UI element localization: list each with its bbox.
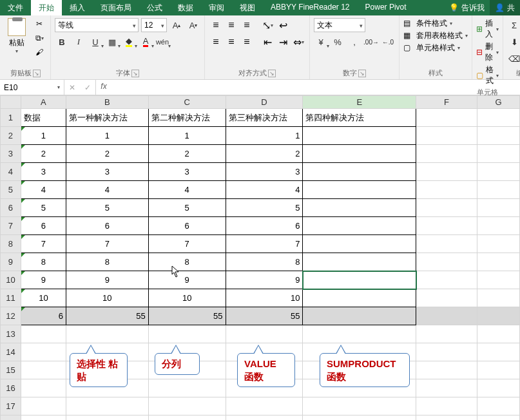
autosum-button[interactable]: Σ: [507, 18, 520, 32]
cell[interactable]: [416, 163, 477, 181]
column-header-B[interactable]: B: [66, 96, 148, 109]
format-painter-button[interactable]: 🖌: [32, 46, 46, 58]
cell[interactable]: 3: [21, 163, 66, 181]
cell[interactable]: [416, 235, 477, 253]
cell[interactable]: 3: [148, 163, 226, 181]
dialog-launcher-icon[interactable]: ↘: [268, 70, 276, 77]
row-header-1[interactable]: 1: [1, 109, 21, 127]
cell[interactable]: 7: [21, 235, 66, 253]
cell[interactable]: 9: [148, 271, 226, 289]
insert-cells-button[interactable]: ⊞插入▾: [476, 18, 499, 40]
align-center-button[interactable]: ≡: [224, 35, 238, 49]
row-header-16[interactable]: 16: [1, 379, 21, 397]
decrease-font-button[interactable]: A▾: [186, 18, 200, 32]
cell[interactable]: [477, 199, 520, 217]
cell[interactable]: [303, 271, 416, 289]
cell[interactable]: [148, 415, 226, 421]
fill-button[interactable]: ⬇: [507, 35, 520, 49]
cell[interactable]: 2: [21, 145, 66, 163]
tell-me[interactable]: 💡 告诉我: [444, 0, 490, 15]
row-header-15[interactable]: 15: [1, 361, 21, 379]
cell[interactable]: [66, 397, 148, 415]
cell[interactable]: [477, 307, 520, 325]
dialog-launcher-icon[interactable]: ↘: [33, 70, 41, 77]
cell[interactable]: 8: [226, 253, 303, 271]
row-header-10[interactable]: 10: [1, 271, 21, 289]
tab-file[interactable]: 文件: [0, 0, 31, 15]
cell[interactable]: 8: [21, 253, 66, 271]
cell[interactable]: 10: [226, 289, 303, 307]
wrap-text-button[interactable]: ↩: [276, 18, 290, 32]
cell[interactable]: 2: [226, 145, 303, 163]
align-bottom-button[interactable]: ≡: [240, 18, 254, 32]
cell[interactable]: 1: [66, 127, 148, 145]
cell[interactable]: [226, 397, 303, 415]
cell[interactable]: [477, 217, 520, 235]
cell[interactable]: [303, 325, 416, 343]
cell[interactable]: [303, 289, 416, 307]
font-color-button[interactable]: A: [139, 35, 153, 49]
dialog-launcher-icon[interactable]: ↘: [358, 70, 366, 77]
cell[interactable]: 10: [21, 289, 66, 307]
tab-formulas[interactable]: 公式: [139, 0, 170, 15]
cell[interactable]: [477, 163, 520, 181]
cell[interactable]: [416, 109, 477, 127]
row-header-12[interactable]: 12: [1, 307, 21, 325]
format-as-table-button[interactable]: ▦套用表格格式▾: [403, 30, 468, 41]
tab-home[interactable]: 开始: [31, 0, 62, 15]
cell[interactable]: [148, 325, 226, 343]
cell[interactable]: [416, 181, 477, 199]
merge-center-button[interactable]: ⇔▾: [291, 35, 305, 49]
cancel-formula-button[interactable]: ✕: [64, 83, 80, 92]
dialog-launcher-icon[interactable]: ↘: [131, 70, 139, 77]
increase-decimal-button[interactable]: .00→: [364, 35, 378, 49]
cell[interactable]: [416, 145, 477, 163]
cell[interactable]: 7: [66, 235, 148, 253]
cell[interactable]: [303, 253, 416, 271]
row-header-3[interactable]: 3: [1, 145, 21, 163]
cell[interactable]: 6: [66, 217, 148, 235]
cell[interactable]: [416, 217, 477, 235]
cell[interactable]: [21, 379, 66, 397]
paste-button[interactable]: 粘贴 ▾: [4, 18, 30, 54]
cell[interactable]: 55: [66, 307, 148, 325]
cell[interactable]: [303, 235, 416, 253]
cell[interactable]: [416, 271, 477, 289]
cell[interactable]: 8: [66, 253, 148, 271]
cell[interactable]: [477, 145, 520, 163]
cell[interactable]: [416, 379, 477, 397]
select-all-corner[interactable]: [1, 96, 21, 109]
cell[interactable]: [416, 397, 477, 415]
row-header-7[interactable]: 7: [1, 217, 21, 235]
font-size-combo[interactable]: 12: [141, 18, 167, 32]
border-button[interactable]: ▦: [105, 35, 119, 49]
phonetic-button[interactable]: wén: [155, 35, 169, 49]
cell[interactable]: [477, 181, 520, 199]
cell[interactable]: 1: [148, 127, 226, 145]
column-header-E[interactable]: E: [303, 96, 416, 109]
cell[interactable]: [226, 325, 303, 343]
row-header-11[interactable]: 11: [1, 289, 21, 307]
conditional-formatting-button[interactable]: ▤条件格式▾: [403, 18, 468, 29]
row-header-13[interactable]: 13: [1, 325, 21, 343]
decrease-decimal-button[interactable]: ←.0: [381, 35, 395, 49]
cell[interactable]: [477, 109, 520, 127]
cell[interactable]: [21, 343, 66, 361]
increase-font-button[interactable]: A▴: [169, 18, 184, 32]
column-header-F[interactable]: F: [416, 96, 477, 109]
align-right-button[interactable]: ≡: [240, 35, 254, 49]
number-format-combo[interactable]: 文本: [314, 18, 365, 32]
clear-button[interactable]: ⌫: [507, 52, 520, 66]
cell[interactable]: [21, 325, 66, 343]
orientation-button[interactable]: ⤡▾: [260, 18, 274, 32]
align-left-button[interactable]: ≡: [209, 35, 223, 49]
column-header-G[interactable]: G: [477, 96, 520, 109]
name-box[interactable]: E10 ▾: [0, 80, 64, 95]
cell[interactable]: [303, 217, 416, 235]
row-header-14[interactable]: 14: [1, 343, 21, 361]
cell[interactable]: 5: [226, 199, 303, 217]
tab-abbyy[interactable]: ABBYY FineReader 12: [263, 0, 358, 15]
row-header-17[interactable]: 17: [1, 397, 21, 415]
cell[interactable]: [416, 343, 477, 361]
cell[interactable]: 6: [226, 217, 303, 235]
